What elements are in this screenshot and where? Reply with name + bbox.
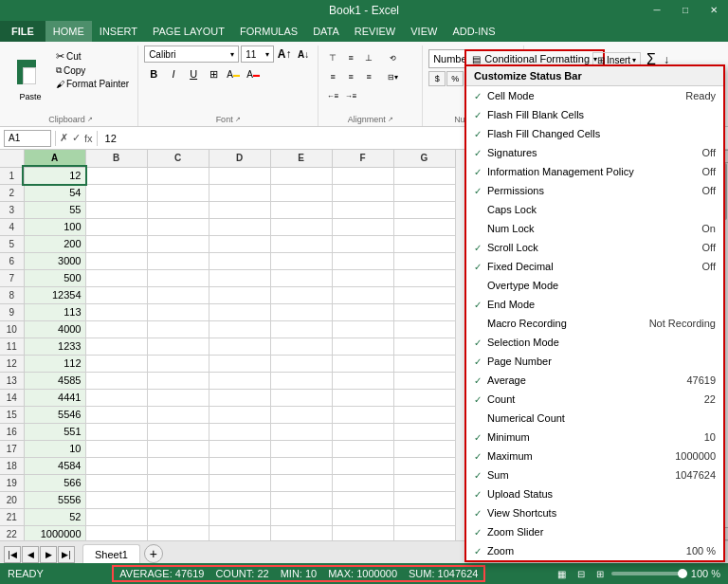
prev-sheet-button[interactable]: ◀ [22,546,39,563]
col-header-f[interactable]: F [332,150,393,167]
cell-b10[interactable] [85,320,147,338]
cell-c10[interactable] [147,320,209,338]
cell-a17[interactable]: 10 [24,440,85,457]
formulas-menu[interactable]: FORMULAS [232,21,305,42]
dropdown-item-4[interactable]: ✓SignaturesOff [466,143,723,162]
cell-a21[interactable]: 52 [24,508,85,525]
cell-a16[interactable]: 551 [24,423,85,440]
cell-c5[interactable] [147,235,209,252]
cell-e14[interactable] [270,389,332,406]
cell-a19[interactable]: 566 [24,474,85,491]
cell-g2[interactable] [393,184,455,201]
cell-c20[interactable] [147,491,209,508]
cell-g11[interactable] [393,338,455,355]
dropdown-item-11[interactable]: Overtype Mode [466,276,723,295]
cell-b22[interactable] [85,525,147,540]
dropdown-item-5[interactable]: ✓Information Management PolicyOff [466,162,723,181]
cell-f6[interactable] [332,252,393,269]
cell-d22[interactable] [209,525,270,540]
cell-e12[interactable] [270,355,332,372]
dropdown-item-2[interactable]: ✓Flash Fill Changed Cells [466,124,723,143]
cell-e7[interactable] [270,269,332,286]
data-menu[interactable]: DATA [305,21,347,42]
next-sheet-button[interactable]: ▶ [40,546,57,563]
cell-e10[interactable] [270,320,332,338]
cell-e18[interactable] [270,457,332,474]
cell-b4[interactable] [85,218,147,235]
font-size-dropdown[interactable]: 11 ▾ [241,46,274,63]
cell-e2[interactable] [270,184,332,201]
cell-d1[interactable] [209,167,270,184]
dropdown-item-26[interactable]: ✓View Shortcuts [466,503,723,522]
cell-e11[interactable] [270,338,332,355]
cell-c13[interactable] [147,372,209,389]
cell-d10[interactable] [209,320,270,338]
cell-b12[interactable] [85,355,147,372]
paste-button[interactable]: Paste [9,46,51,115]
cell-a11[interactable]: 1233 [24,338,85,355]
underline-button[interactable]: U [184,64,203,83]
cell-d19[interactable] [209,474,270,491]
cell-g15[interactable] [393,406,455,423]
cell-b2[interactable] [85,184,147,201]
dropdown-item-19[interactable]: ✓Count22 [466,390,723,409]
cell-b20[interactable] [85,491,147,508]
dropdown-item-1[interactable]: ✓Flash Fill Blank Cells [466,105,723,124]
col-header-e[interactable]: E [270,150,332,167]
page-break-view-button[interactable]: ⊞ [592,566,608,581]
cell-f17[interactable] [332,440,393,457]
wrap-text-button[interactable]: ⟲ [378,49,407,66]
dropdown-item-10[interactable]: ✓Fixed DecimalOff [466,257,723,276]
col-header-g[interactable]: G [393,150,455,167]
cell-e6[interactable] [270,252,332,269]
cell-g19[interactable] [393,474,455,491]
increase-font-button[interactable]: A↑ [276,46,293,63]
dropdown-item-25[interactable]: ✓Upload Status [466,484,723,503]
cell-e20[interactable] [270,491,332,508]
cell-e15[interactable] [270,406,332,423]
page-layout-menu[interactable]: PAGE LAYOUT [145,21,232,42]
col-header-a[interactable]: A [24,150,85,167]
cell-d4[interactable] [209,218,270,235]
cell-d18[interactable] [209,457,270,474]
insert-menu[interactable]: INSERT [92,21,145,42]
cell-f19[interactable] [332,474,393,491]
minimize-button[interactable]: ─ [643,0,671,21]
cell-c2[interactable] [147,184,209,201]
cell-g13[interactable] [393,372,455,389]
format-painter-button[interactable]: 🖌 Format Painter [53,78,132,90]
cell-g8[interactable] [393,286,455,303]
cell-c22[interactable] [147,525,209,540]
cell-b18[interactable] [85,457,147,474]
cell-c16[interactable] [147,423,209,440]
close-button[interactable]: ✕ [700,0,728,21]
addins-menu[interactable]: ADD-INS [445,21,502,42]
cell-g5[interactable] [393,235,455,252]
dropdown-item-16[interactable]: ✓Page Number [466,352,723,371]
cell-d13[interactable] [209,372,270,389]
dropdown-item-22[interactable]: ✓Maximum1000000 [466,447,723,465]
cell-f8[interactable] [332,286,393,303]
cell-e5[interactable] [270,235,332,252]
cell-f13[interactable] [332,372,393,389]
cell-a14[interactable]: 4441 [24,389,85,406]
cell-a12[interactable]: 112 [24,355,85,372]
alignment-expand-icon[interactable]: ↗ [388,116,393,123]
cell-d14[interactable] [209,389,270,406]
cell-d11[interactable] [209,338,270,355]
cell-f11[interactable] [332,338,393,355]
cell-b5[interactable] [85,235,147,252]
dropdown-item-8[interactable]: Num LockOn [466,219,723,238]
cell-f15[interactable] [332,406,393,423]
cell-c17[interactable] [147,440,209,457]
top-align-button[interactable]: ⊤ [324,49,341,66]
cell-d15[interactable] [209,406,270,423]
cell-e16[interactable] [270,423,332,440]
zoom-slider[interactable] [611,572,687,575]
cell-c15[interactable] [147,406,209,423]
decrease-indent-button[interactable]: ←≡ [324,87,341,104]
cell-f16[interactable] [332,423,393,440]
cell-f9[interactable] [332,303,393,320]
cell-e9[interactable] [270,303,332,320]
cell-e8[interactable] [270,286,332,303]
